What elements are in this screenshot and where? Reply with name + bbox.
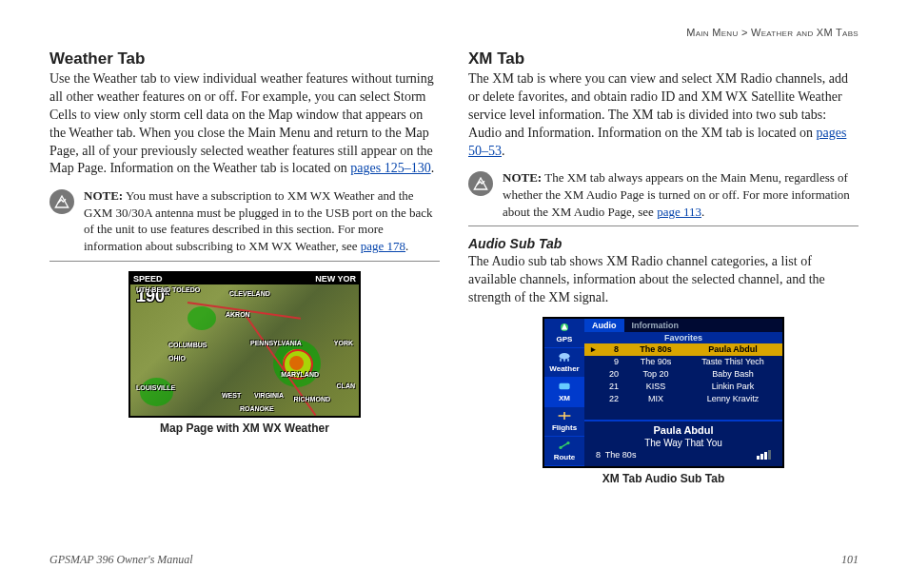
xm-screen-image: GPS Weather XM Flights xyxy=(543,317,784,468)
xm-row[interactable]: 9The 90sTaste This! Yech xyxy=(584,356,782,368)
weather-map-image: SPEED NEW YOR 190k UTH BEND TOLEDO xyxy=(128,271,361,418)
page-footer: GPSMAP 396 Owner's Manual 101 xyxy=(49,553,859,567)
svg-point-3 xyxy=(559,353,569,359)
svg-rect-5 xyxy=(563,359,565,362)
weather-note-block: NOTE: You must have a subscription to XM… xyxy=(49,187,440,261)
xm-tab-audio[interactable]: Audio xyxy=(584,319,624,332)
xm-now-playing: Paula Abdul The Way That You 8 The 80s xyxy=(584,420,782,466)
breadcrumb-right: Weather and XM Tabs xyxy=(751,27,859,38)
xm-screen-figure: GPS Weather XM Flights xyxy=(468,317,859,485)
note-label: NOTE: xyxy=(503,170,542,185)
footer-manual-title: GPSMAP 396 Owner's Manual xyxy=(49,553,193,567)
left-column: Weather Tab Use the Weather tab to view … xyxy=(49,44,440,489)
weather-map-caption: Map Page with XM WX Weather xyxy=(49,421,440,435)
weather-map-figure: SPEED NEW YOR 190k UTH BEND TOLEDO xyxy=(49,271,440,435)
svg-rect-4 xyxy=(560,359,562,362)
link-page-178[interactable]: page 178 xyxy=(361,239,405,253)
xm-row[interactable]: 20Top 20Baby Bash xyxy=(584,368,782,381)
xm-row-selected[interactable]: ▸8The 80sPaula Abdul xyxy=(584,343,782,356)
right-column: XM Tab The XM tab is where you can view … xyxy=(468,44,859,489)
audio-sub-tab-heading: Audio Sub Tab xyxy=(468,236,859,251)
xm-tab-heading: XM Tab xyxy=(468,49,859,69)
xm-row[interactable]: 21KISSLinkin Park xyxy=(584,381,782,393)
note-icon xyxy=(468,171,493,196)
xm-side-route[interactable]: Route xyxy=(544,437,584,466)
xm-side-flights[interactable]: Flights xyxy=(544,407,584,437)
link-pages-125-130[interactable]: pages 125–130 xyxy=(350,161,430,175)
xm-side-xm[interactable]: XM xyxy=(544,378,584,407)
xm-tab-paragraph: The XM tab is where you can view and sel… xyxy=(468,70,859,160)
xm-side-weather[interactable]: Weather xyxy=(544,348,584,378)
xm-note-block: NOTE: The XM tab always appears on the M… xyxy=(468,169,859,226)
xm-note-text: NOTE: The XM tab always appears on the M… xyxy=(503,169,859,220)
weather-tab-paragraph: Use the Weather tab to view individual w… xyxy=(49,70,440,178)
svg-rect-6 xyxy=(567,359,569,362)
xm-tab-information[interactable]: Information xyxy=(624,319,687,332)
xm-channel-list: ▸8The 80sPaula Abdul 9The 90sTaste This!… xyxy=(584,343,782,420)
svg-rect-7 xyxy=(559,383,569,389)
footer-page-number: 101 xyxy=(841,553,859,567)
signal-strength-icon xyxy=(757,450,771,460)
note-label: NOTE: xyxy=(84,188,123,203)
xm-main-panel: Audio Information Favorites ▸8The 80sPau… xyxy=(584,319,782,466)
note-icon xyxy=(49,189,74,214)
xm-screen-caption: XM Tab Audio Sub Tab xyxy=(468,472,859,485)
weather-note-text: NOTE: You must have a subscription to XM… xyxy=(84,187,440,254)
xm-favorites-header: Favorites xyxy=(584,332,782,343)
breadcrumb-left: Main Menu xyxy=(686,27,738,38)
weather-tab-heading: Weather Tab xyxy=(49,49,440,69)
breadcrumb: Main Menu > Weather and XM Tabs xyxy=(49,27,859,38)
breadcrumb-sep: > xyxy=(741,27,748,38)
xm-sidebar: GPS Weather XM Flights xyxy=(544,319,584,466)
map-top-right: NEW YOR xyxy=(315,274,356,284)
svg-marker-1 xyxy=(474,178,486,189)
xm-row[interactable]: 22MIXLenny Kravitz xyxy=(584,393,782,405)
link-page-113[interactable]: page 113 xyxy=(657,205,701,219)
svg-marker-0 xyxy=(55,196,68,207)
audio-sub-tab-paragraph: The Audio sub tab shows XM Radio channel… xyxy=(468,253,859,307)
xm-side-gps[interactable]: GPS xyxy=(544,319,584,348)
map-top-left: SPEED xyxy=(133,274,163,284)
